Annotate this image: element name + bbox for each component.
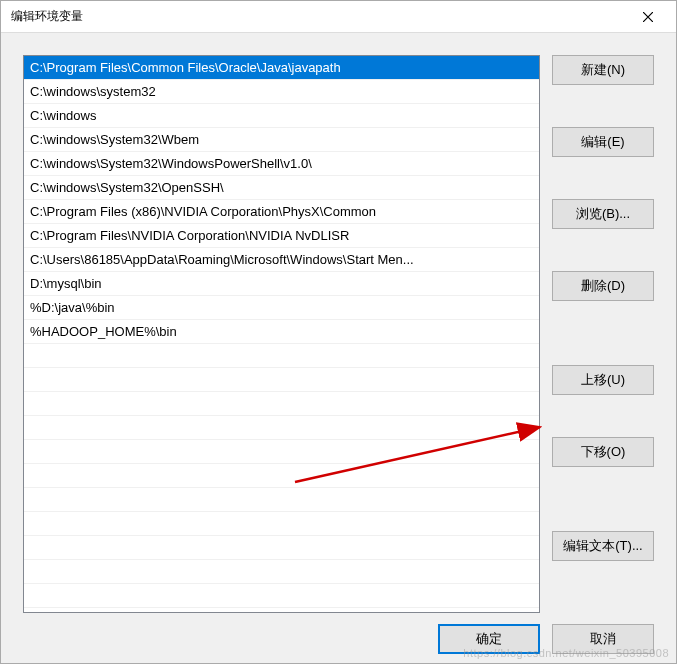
list-item[interactable] — [24, 584, 539, 608]
list-item[interactable] — [24, 344, 539, 368]
list-item[interactable]: C:\Users\86185\AppData\Roaming\Microsoft… — [24, 248, 539, 272]
list-item[interactable] — [24, 368, 539, 392]
list-item[interactable]: %HADOOP_HOME%\bin — [24, 320, 539, 344]
movedown-button[interactable]: 下移(O) — [552, 437, 654, 467]
list-item[interactable] — [24, 488, 539, 512]
moveup-button[interactable]: 上移(U) — [552, 365, 654, 395]
list-item[interactable]: C:\Program Files\NVIDIA Corporation\NVID… — [24, 224, 539, 248]
list-item[interactable]: C:\windows — [24, 104, 539, 128]
list-item[interactable] — [24, 560, 539, 584]
list-item[interactable]: C:\Program Files (x86)\NVIDIA Corporatio… — [24, 200, 539, 224]
list-item[interactable]: C:\Program Files\Common Files\Oracle\Jav… — [24, 56, 539, 80]
delete-button[interactable]: 删除(D) — [552, 271, 654, 301]
titlebar: 编辑环境变量 — [1, 1, 676, 33]
dialog-title: 编辑环境变量 — [11, 8, 83, 25]
list-item[interactable] — [24, 416, 539, 440]
edittext-button[interactable]: 编辑文本(T)... — [552, 531, 654, 561]
new-button[interactable]: 新建(N) — [552, 55, 654, 85]
list-item[interactable]: C:\windows\System32\Wbem — [24, 128, 539, 152]
list-item[interactable]: D:\mysql\bin — [24, 272, 539, 296]
browse-button[interactable]: 浏览(B)... — [552, 199, 654, 229]
list-item[interactable] — [24, 440, 539, 464]
list-item[interactable]: %D:\java\%bin — [24, 296, 539, 320]
list-item[interactable] — [24, 536, 539, 560]
list-item[interactable] — [24, 512, 539, 536]
close-icon — [643, 12, 653, 22]
side-button-panel: 新建(N) 编辑(E) 浏览(B)... 删除(D) 上移(U) 下移(O) 编… — [552, 55, 654, 615]
list-item[interactable]: C:\windows\System32\OpenSSH\ — [24, 176, 539, 200]
list-item[interactable] — [24, 464, 539, 488]
env-var-dialog: 编辑环境变量 C:\Program Files\Common Files\Ora… — [0, 0, 677, 664]
close-button[interactable] — [628, 3, 668, 31]
path-listbox[interactable]: C:\Program Files\Common Files\Oracle\Jav… — [23, 55, 540, 613]
edit-button[interactable]: 编辑(E) — [552, 127, 654, 157]
content-area: C:\Program Files\Common Files\Oracle\Jav… — [1, 33, 676, 615]
list-item[interactable]: C:\windows\system32 — [24, 80, 539, 104]
list-item[interactable]: C:\windows\System32\WindowsPowerShell\v1… — [24, 152, 539, 176]
list-item[interactable] — [24, 392, 539, 416]
watermark-text: https://blog.csdn.net/weixin_50395008 — [463, 647, 669, 659]
